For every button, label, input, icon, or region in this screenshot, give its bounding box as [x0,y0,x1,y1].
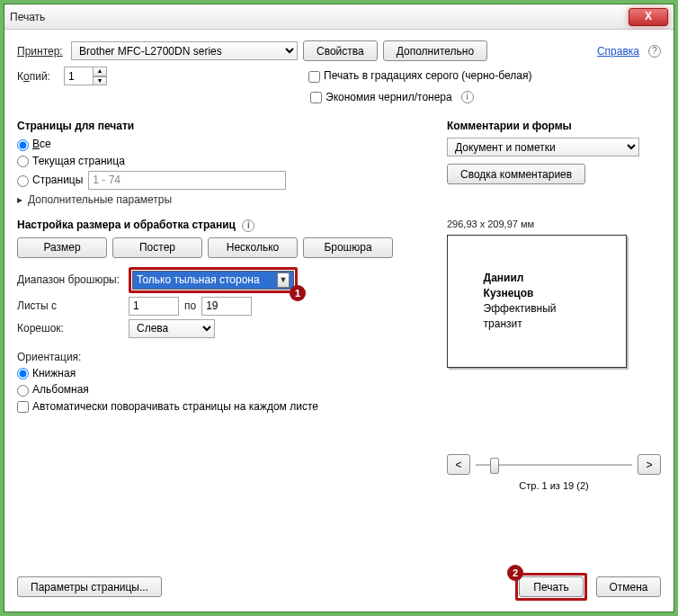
window-title: Печать [10,11,629,23]
copies-label: Копий: [17,70,58,83]
booklet-tab-button[interactable]: Брошюра [303,237,393,258]
advanced-button[interactable]: Дополнительно [383,40,487,61]
orientation-portrait-radio[interactable]: Книжная [17,367,76,379]
multiple-tab-button[interactable]: Несколько [208,237,298,258]
ink-save-checkbox[interactable]: Экономия чернил/тонера [310,91,452,103]
annotation-badge-2: 2 [507,565,523,581]
copies-stepper[interactable]: ▲▼ [64,67,107,85]
preview-next-button[interactable]: > [638,454,661,475]
help-icon[interactable]: ? [648,45,661,58]
binding-select[interactable]: Слева [129,319,215,338]
close-button[interactable]: X [629,8,668,26]
info-icon: i [242,219,254,232]
sizing-group-title: Настройка размера и обработка страниц i [17,219,431,232]
booklet-range-select[interactable]: Только тыльная сторона ▼ [132,271,294,290]
preview-page-info: Стр. 1 из 19 (2) [447,480,661,491]
pages-current-radio[interactable]: Текущая страница [17,155,125,167]
printer-label: Принтер: [17,45,66,58]
more-params-toggle[interactable]: ▸ Дополнительные параметры [17,193,431,206]
comments-summary-button[interactable]: Сводка комментариев [447,164,585,184]
cancel-button[interactable]: Отмена [596,576,661,597]
print-dialog-window: Печать X Принтер: Brother MFC-L2700DN se… [4,4,674,612]
comments-select[interactable]: Документ и пометки [447,138,639,156]
binding-label: Корешок: [17,322,123,335]
comments-group-title: Комментарии и формы [447,120,661,132]
spin-down[interactable]: ▼ [93,76,107,86]
poster-tab-button[interactable]: Постер [112,237,202,258]
preview-content: Даниил Кузнецов Эффективный транзит [484,272,573,332]
pages-all-radio[interactable]: Все [17,138,51,150]
pages-group-title: Страницы для печати [17,120,431,132]
sheets-to-input[interactable] [201,297,252,316]
pages-range-radio[interactable]: Страницы [17,174,83,186]
spin-up[interactable]: ▲ [93,67,107,76]
copies-input[interactable] [64,67,93,85]
orientation-landscape-radio[interactable]: Альбомная [17,383,89,396]
properties-button[interactable]: Свойства [303,40,378,61]
dialog-body: Принтер: Brother MFC-L2700DN series Свой… [4,30,674,612]
info-icon: i [461,91,474,103]
page-setup-button[interactable]: Параметры страницы... [17,576,162,597]
sheets-to-label: по [184,299,196,312]
printer-select[interactable]: Brother MFC-L2700DN series [71,41,298,60]
pages-range-input[interactable] [88,171,286,190]
annotation-frame-2: Печать 2 [515,573,587,601]
size-tab-button[interactable]: Размер [17,237,107,258]
auto-rotate-checkbox[interactable]: Автоматически поворачивать страницы на к… [17,400,318,413]
titlebar: Печать X [4,4,674,30]
preview-prev-button[interactable]: < [447,454,470,475]
help-link[interactable]: Справка [597,45,639,58]
sheets-from-input[interactable] [129,297,179,316]
print-button[interactable]: Печать [519,576,584,597]
print-preview: Даниил Кузнецов Эффективный транзит [447,235,627,368]
preview-slider[interactable] [476,456,632,474]
orientation-title: Ориентация: [17,351,431,363]
annotation-badge-1: 1 [290,285,306,301]
sheets-from-label: Листы с [17,299,123,312]
booklet-range-label: Диапазон брошюры: [17,273,123,286]
preview-dimensions: 296,93 x 209,97 мм [447,219,661,229]
annotation-frame-1: Только тыльная сторона ▼ 1 [129,267,298,293]
chevron-down-icon: ▼ [277,272,290,288]
grayscale-checkbox[interactable]: Печать в градациях серого (черно-белая) [308,69,531,82]
